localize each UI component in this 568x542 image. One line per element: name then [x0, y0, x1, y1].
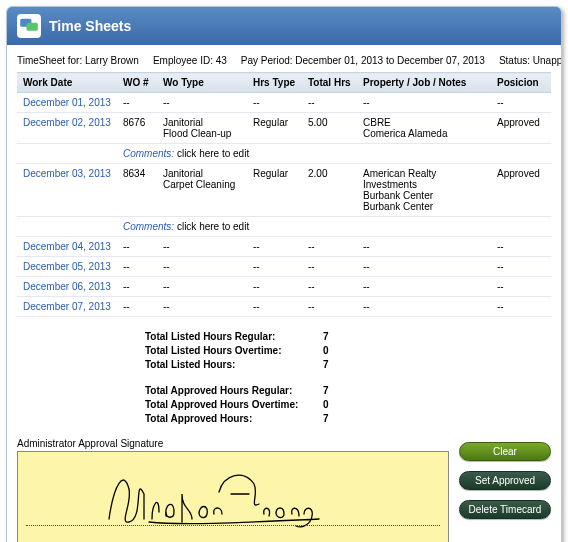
cell-prop: CBREComerica Alameda — [357, 113, 491, 144]
cell-type: -- — [157, 257, 247, 277]
col-total-hrs: Total Hrs — [302, 73, 357, 93]
cell-prop: -- — [357, 237, 491, 257]
cell-pos: -- — [491, 257, 551, 277]
table-row: December 07, 2013------------ — [17, 297, 551, 317]
col-position: Posicion — [491, 73, 551, 93]
signature-line — [26, 525, 440, 526]
meta-bar: TimeSheet for: Larry Brown Employee ID: … — [17, 55, 551, 66]
cell-hrs_type: -- — [247, 93, 302, 113]
approved-overtime-value: 0 — [323, 399, 329, 410]
date-link[interactable]: December 01, 2013 — [17, 93, 117, 113]
cell-wo: -- — [117, 257, 157, 277]
chat-icon — [17, 14, 41, 38]
comments-row: Comments: click here to edit — [17, 144, 551, 164]
clear-button[interactable]: Clear — [459, 442, 551, 461]
svg-rect-1 — [27, 23, 38, 31]
listed-regular-label: Total Listed Hours Regular: — [145, 331, 323, 342]
cell-total: 2.00 — [302, 164, 357, 217]
col-property: Property / Job / Notes — [357, 73, 491, 93]
meta-pay-period: Pay Period: December 01, 2013 to Decembe… — [241, 55, 485, 66]
panel-header: Time Sheets — [7, 7, 561, 45]
delete-timecard-button[interactable]: Delete Timecard — [459, 500, 551, 519]
table-row: December 05, 2013------------ — [17, 257, 551, 277]
cell-type: -- — [157, 93, 247, 113]
cell-type: JanitorialFlood Clean-up — [157, 113, 247, 144]
totals-block: Total Listed Hours Regular:7 Total Liste… — [145, 331, 551, 424]
date-link[interactable]: December 03, 2013 — [17, 164, 117, 217]
cell-hrs_type: -- — [247, 237, 302, 257]
cell-wo: -- — [117, 277, 157, 297]
timesheet-table: Work Date WO # Wo Type Hrs Type Total Hr… — [17, 72, 551, 317]
meta-timesheet-for: TimeSheet for: Larry Brown — [17, 55, 139, 66]
cell-pos: Approved — [491, 164, 551, 217]
table-row: December 06, 2013------------ — [17, 277, 551, 297]
approved-total-value: 7 — [323, 413, 329, 424]
cell-wo: 8676 — [117, 113, 157, 144]
approved-total-label: Total Approved Hours: — [145, 413, 323, 424]
meta-status: Status: Unapproved — [499, 55, 562, 66]
cell-type: -- — [157, 297, 247, 317]
cell-hrs_type: Regular — [247, 113, 302, 144]
cell-total: -- — [302, 237, 357, 257]
comments-cell[interactable]: Comments: click here to edit — [117, 144, 551, 164]
signature-icon — [104, 464, 324, 534]
cell-total: -- — [302, 93, 357, 113]
listed-overtime-value: 0 — [323, 345, 329, 356]
set-approved-button[interactable]: Set Approved — [459, 471, 551, 490]
cell-total: -- — [302, 257, 357, 277]
cell-pos: -- — [491, 297, 551, 317]
signature-label: Administrator Approval Signature — [17, 438, 449, 449]
approved-regular-label: Total Approved Hours Regular: — [145, 385, 323, 396]
table-row: December 03, 20138634JanitorialCarpet Cl… — [17, 164, 551, 217]
cell-prop: American Realty InvestmentsBurbank Cente… — [357, 164, 491, 217]
cell-wo: 8634 — [117, 164, 157, 217]
cell-type: JanitorialCarpet Cleaning — [157, 164, 247, 217]
cell-total: -- — [302, 297, 357, 317]
date-link[interactable]: December 06, 2013 — [17, 277, 117, 297]
cell-prop: -- — [357, 93, 491, 113]
listed-total-value: 7 — [323, 359, 329, 370]
cell-pos: -- — [491, 277, 551, 297]
cell-total: 5.00 — [302, 113, 357, 144]
cell-wo: -- — [117, 237, 157, 257]
listed-overtime-label: Total Listed Hours Overtime: — [145, 345, 323, 356]
col-work-date: Work Date — [17, 73, 117, 93]
timesheet-panel: Time Sheets TimeSheet for: Larry Brown E… — [6, 6, 562, 542]
approved-regular-value: 7 — [323, 385, 329, 396]
approved-overtime-label: Total Approved Hours Overtime: — [145, 399, 323, 410]
listed-total-label: Total Listed Hours: — [145, 359, 323, 370]
cell-wo: -- — [117, 93, 157, 113]
col-wo-type: Wo Type — [157, 73, 247, 93]
cell-prop: -- — [357, 257, 491, 277]
cell-total: -- — [302, 277, 357, 297]
date-link[interactable]: December 02, 2013 — [17, 113, 117, 144]
col-hrs-type: Hrs Type — [247, 73, 302, 93]
page-title: Time Sheets — [49, 18, 131, 34]
signature-pad[interactable] — [17, 451, 449, 542]
meta-employee-id: Employee ID: 43 — [153, 55, 227, 66]
cell-prop: -- — [357, 297, 491, 317]
table-row: December 02, 20138676JanitorialFlood Cle… — [17, 113, 551, 144]
date-link[interactable]: December 07, 2013 — [17, 297, 117, 317]
listed-regular-value: 7 — [323, 331, 329, 342]
cell-type: -- — [157, 237, 247, 257]
date-link[interactable]: December 04, 2013 — [17, 237, 117, 257]
cell-pos: -- — [491, 237, 551, 257]
cell-type: -- — [157, 277, 247, 297]
table-row: December 01, 2013------------ — [17, 93, 551, 113]
cell-hrs_type: -- — [247, 257, 302, 277]
col-wo-num: WO # — [117, 73, 157, 93]
cell-hrs_type: Regular — [247, 164, 302, 217]
table-row: December 04, 2013------------ — [17, 237, 551, 257]
date-link[interactable]: December 05, 2013 — [17, 257, 117, 277]
cell-pos: Approved — [491, 113, 551, 144]
cell-hrs_type: -- — [247, 277, 302, 297]
comments-cell[interactable]: Comments: click here to edit — [117, 217, 551, 237]
cell-prop: -- — [357, 277, 491, 297]
comments-row: Comments: click here to edit — [17, 217, 551, 237]
cell-pos: -- — [491, 93, 551, 113]
cell-wo: -- — [117, 297, 157, 317]
cell-hrs_type: -- — [247, 297, 302, 317]
